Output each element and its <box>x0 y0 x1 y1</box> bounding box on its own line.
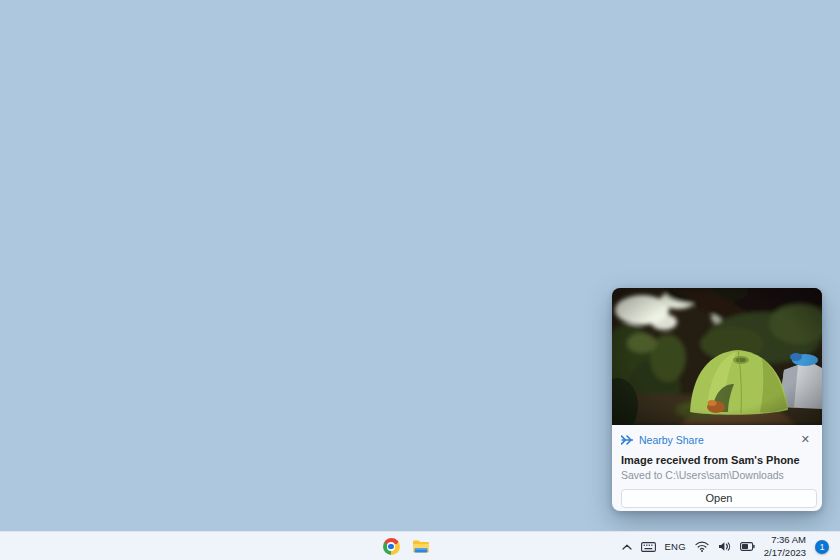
touch-keyboard-icon <box>641 542 656 552</box>
notification-body: Nearby Share ✕ Image received from Sam's… <box>612 425 822 508</box>
notification-saved-path: Saved to C:\Users\sam\Downloads <box>621 469 813 481</box>
nearby-share-icon <box>621 435 634 445</box>
taskbar-item-file-explorer[interactable] <box>410 536 432 558</box>
received-image-thumbnail[interactable] <box>612 288 822 425</box>
touch-keyboard-button[interactable] <box>641 542 656 552</box>
network-button[interactable] <box>695 541 709 552</box>
notification-app-label: Nearby Share <box>639 434 704 446</box>
file-explorer-icon <box>412 539 430 554</box>
close-icon[interactable]: ✕ <box>798 432 813 447</box>
volume-icon <box>718 541 731 552</box>
tray-overflow-button[interactable] <box>622 544 632 550</box>
notification-count-badge[interactable]: 1 <box>815 540 829 554</box>
notification-app: Nearby Share <box>621 434 798 446</box>
volume-button[interactable] <box>718 541 731 552</box>
open-button[interactable]: Open <box>621 489 817 508</box>
taskbar-item-chrome[interactable] <box>380 536 402 558</box>
wifi-icon <box>695 541 709 552</box>
battery-button[interactable] <box>740 542 755 551</box>
system-tray: ENG 7:36 AM 2/17/2023 <box>622 532 840 560</box>
taskbar-app-icons <box>380 532 432 560</box>
clock-date: 2/17/2023 <box>764 547 806 559</box>
notification-title: Image received from Sam's Phone <box>621 454 813 466</box>
nearby-share-notification: Nearby Share ✕ Image received from Sam's… <box>612 288 822 511</box>
battery-icon <box>740 542 755 551</box>
clock-time: 7:36 AM <box>764 534 806 546</box>
language-indicator[interactable]: ENG <box>665 541 686 552</box>
notification-header: Nearby Share ✕ <box>621 432 813 447</box>
taskbar: ENG 7:36 AM 2/17/2023 <box>0 531 840 560</box>
taskbar-clock[interactable]: 7:36 AM 2/17/2023 <box>764 534 806 559</box>
desktop[interactable]: { "desktop": { "background_color": "#adc… <box>0 0 840 560</box>
chrome-icon <box>383 538 400 555</box>
chevron-up-icon <box>622 544 632 550</box>
